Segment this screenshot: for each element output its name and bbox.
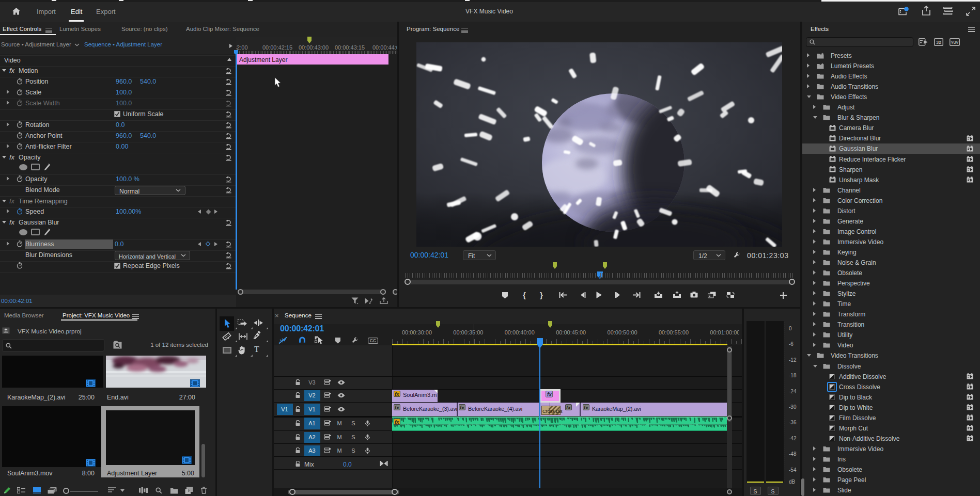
svg-text:YUV: YUV [951,41,959,44]
svg-text:CC: CC [370,338,376,343]
svg-text:32: 32 [936,40,941,45]
